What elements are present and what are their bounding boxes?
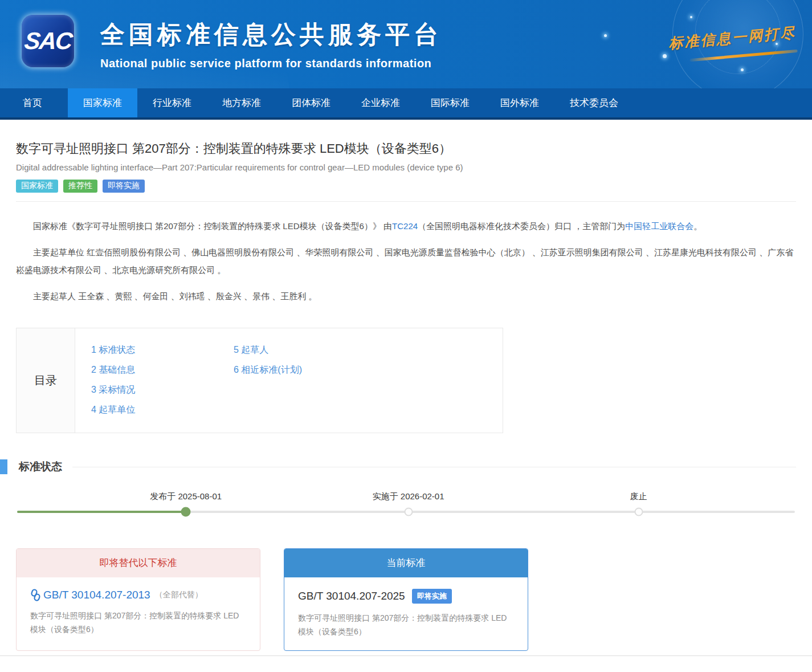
- spark-dot: [741, 68, 744, 71]
- tc224-link[interactable]: TC224: [392, 221, 418, 231]
- site-subtitle: National public service platform for sta…: [100, 57, 442, 70]
- spark-dot: [604, 34, 607, 37]
- nav-item-group-standards[interactable]: 团体标准: [276, 88, 346, 117]
- standard-title-zh: 数字可寻址照明接口 第207部分：控制装置的特殊要求 LED模块（设备类型6）: [16, 140, 796, 157]
- p1-text-before: 国家标准《数字可寻址照明接口 第207部分：控制装置的特殊要求 LED模块（设备…: [33, 221, 392, 231]
- timeline-dot-published[interactable]: [181, 507, 191, 517]
- standard-tags: 国家标准 推荐性 即将实施: [16, 180, 796, 193]
- current-card-body: GB/T 30104.207-2025 即将实施 数字可寻址照明接口 第207部…: [284, 577, 528, 638]
- p1-text-after: 。: [693, 221, 702, 231]
- toc-item-adoption[interactable]: 3 采标情况: [91, 380, 234, 400]
- main-nav: 首页 国家标准 行业标准 地方标准 团体标准 企业标准 国际标准 国外标准 技术…: [0, 88, 812, 120]
- nav-item-industry-standards[interactable]: 行业标准: [137, 88, 207, 117]
- tag-national-standard: 国家标准: [16, 180, 58, 193]
- timeline-dot-implemented[interactable]: [404, 508, 413, 516]
- paragraph-drafting-units: 主要起草单位 红壹佰照明股份有限公司 、佛山电器照明股份有限公司 、华荣照明有限…: [16, 243, 796, 279]
- current-standard-code: GB/T 30104.207-2025: [298, 590, 405, 602]
- status-section-title: 标准状态: [19, 459, 62, 474]
- replaced-card-body: GB/T 30104.207-2013 （全部代替） 数字可寻址照明接口 第20…: [17, 577, 260, 636]
- tag-upcoming-implementation: 即将实施: [103, 180, 145, 193]
- standard-description: 国家标准《数字可寻址照明接口 第207部分：控制装置的特殊要求 LED模块（设备…: [16, 217, 796, 305]
- toc-item-basic-info[interactable]: 2 基础信息: [91, 360, 234, 380]
- paragraph-drafters: 主要起草人 王全森 、黄熙 、何金田 、刘祎瑶 、殷金兴 、景伟 、王胜利 。: [16, 287, 796, 305]
- page: SAC 全国标准信息公共服务平台 National public service…: [0, 0, 812, 672]
- status-timeline: 发布于 2025-08-01 实施于 2026-02-01 废止: [17, 487, 795, 526]
- spark-dot: [690, 16, 692, 18]
- replaced-code-row: GB/T 30104.207-2013 （全部代替）: [30, 589, 246, 601]
- toc-label-cell: 目录: [17, 328, 75, 433]
- site-header: SAC 全国标准信息公共服务平台 National public service…: [0, 0, 812, 88]
- nav-item-home[interactable]: 首页: [0, 88, 68, 117]
- current-code-row: GB/T 30104.207-2025 即将实施: [298, 589, 514, 604]
- paragraph-governing-body: 国家标准《数字可寻址照明接口 第207部分：控制装置的特殊要求 LED模块（设备…: [16, 217, 796, 235]
- section-line: [72, 467, 796, 467]
- replaced-standard-card: 即将替代以下标准 GB/T 30104.207-2013 （全部代替） 数字可寻…: [16, 548, 260, 651]
- current-card-header: 当前标准: [284, 549, 528, 577]
- content: 数字可寻址照明接口 第207部分：控制装置的特殊要求 LED模块（设备类型6） …: [0, 140, 812, 660]
- timeline-track-done: [17, 511, 186, 513]
- toc-item-drafters[interactable]: 5 起草人: [234, 340, 302, 360]
- toc-columns: 1 标准状态 2 基础信息 3 采标情况 4 起草单位 5 起草人 6 相近标准…: [75, 328, 503, 433]
- toc-item-status[interactable]: 1 标准状态: [91, 340, 234, 360]
- nav-item-national-standards[interactable]: 国家标准: [68, 88, 137, 117]
- p1-text-mid: （全国照明电器标准化技术委员会）归口 ，主管部门为: [418, 221, 625, 231]
- replaced-standard-link[interactable]: GB/T 30104.207-2013: [43, 589, 150, 601]
- replaced-card-header: 即将替代以下标准: [17, 549, 260, 577]
- sac-logo[interactable]: SAC: [22, 15, 74, 67]
- sac-logo-text: SAC: [23, 27, 73, 55]
- toc-column-2: 5 起草人 6 相近标准(计划): [234, 340, 302, 421]
- replaced-standard-desc: 数字可寻址照明接口 第207部分：控制装置的特殊要求 LED模块（设备类型6）: [30, 609, 246, 636]
- nav-item-international-standards[interactable]: 国际标准: [415, 88, 485, 117]
- title-divider: [16, 201, 796, 202]
- nav-item-foreign-standards[interactable]: 国外标准: [485, 88, 554, 117]
- toc-item-similar-standards[interactable]: 6 相近标准(计划): [234, 360, 302, 380]
- toc-box: 目录 1 标准状态 2 基础信息 3 采标情况 4 起草单位 5 起草人 6 相…: [16, 328, 503, 433]
- spark-dot: [663, 54, 667, 58]
- nav-item-local-standards[interactable]: 地方标准: [207, 88, 276, 117]
- toc-item-drafting-units[interactable]: 4 起草单位: [91, 400, 234, 420]
- timeline-label-abolished: 废止: [630, 491, 647, 502]
- org-link[interactable]: 中国轻工业联合会: [625, 221, 693, 231]
- replaced-note: （全部代替）: [155, 590, 203, 600]
- upcoming-implementation-badge: 即将实施: [412, 589, 452, 604]
- nav-item-technical-committees[interactable]: 技术委员会: [554, 88, 634, 117]
- chain-link-icon: [30, 589, 41, 601]
- timeline-dot-abolished[interactable]: [634, 508, 643, 516]
- current-standard-desc: 数字可寻址照明接口 第207部分：控制装置的特殊要求 LED模块（设备类型6）: [298, 611, 514, 638]
- toc-title: 目录: [34, 373, 57, 388]
- section-marker: [0, 459, 7, 474]
- timeline-label-implemented: 实施于 2026-02-01: [373, 491, 444, 502]
- toc-column-1: 1 标准状态 2 基础信息 3 采标情况 4 起草单位: [91, 340, 234, 421]
- header-titles: 全国标准信息公共服务平台 National public service pla…: [100, 18, 442, 70]
- current-standard-card: 当前标准 GB/T 30104.207-2025 即将实施 数字可寻址照明接口 …: [284, 548, 528, 651]
- timeline-label-published: 发布于 2025-08-01: [150, 491, 222, 502]
- nav-item-enterprise-standards[interactable]: 企业标准: [346, 88, 415, 117]
- site-title: 全国标准信息公共服务平台: [100, 18, 442, 51]
- tag-recommended: 推荐性: [63, 180, 97, 193]
- standard-title-en: Digital addressable lighting interface—P…: [16, 162, 796, 172]
- footer-divider: [0, 655, 812, 660]
- standard-cards: 即将替代以下标准 GB/T 30104.207-2013 （全部代替） 数字可寻…: [16, 548, 796, 651]
- status-section-header: 标准状态: [0, 459, 812, 474]
